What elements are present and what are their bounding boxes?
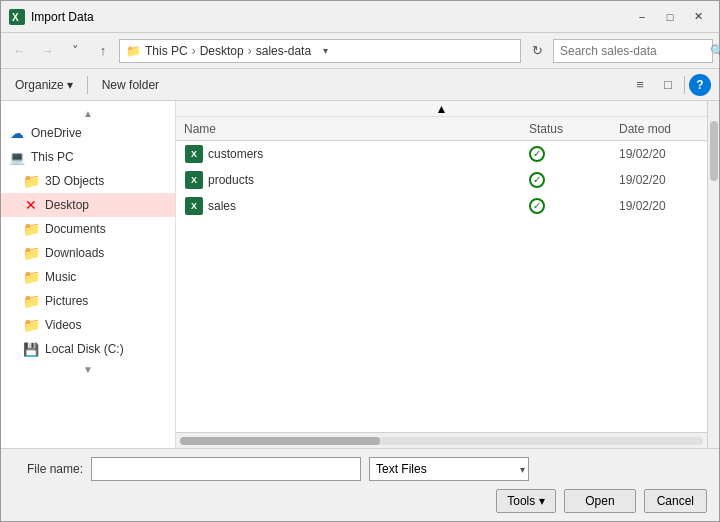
help-button[interactable]: ? [689, 74, 711, 96]
breadcrumb-sep1: › [192, 44, 196, 58]
organize-button[interactable]: Organize ▾ [9, 76, 79, 94]
sidebar-item-onedrive[interactable]: ☁ OneDrive [1, 121, 175, 145]
sidebar-item-music[interactable]: 📁 Music [1, 265, 175, 289]
hscroll-track [180, 437, 703, 445]
sidebar-item-localdisk[interactable]: 💾 Local Disk (C:) [1, 337, 175, 361]
file-status-customers: ✓ [529, 146, 619, 162]
file-list: customers ✓ 19/02/20 products ✓ 19/02/20 [176, 141, 707, 432]
bottom-bar: File name: Text Files Excel Files All Fi… [1, 448, 719, 521]
breadcrumb-thispc: This PC [145, 44, 188, 58]
status-check-customers: ✓ [529, 146, 545, 162]
dialog-icon: X [9, 9, 25, 25]
sidebar-item-pictures[interactable]: 📁 Pictures [1, 289, 175, 313]
new-folder-label: New folder [102, 78, 159, 92]
sidebar-item-documents[interactable]: 📁 Documents [1, 217, 175, 241]
sidebar-label-desktop: Desktop [45, 198, 89, 212]
sidebar-item-desktop[interactable]: ✕ Desktop [1, 193, 175, 217]
status-check-sales: ✓ [529, 198, 545, 214]
maximize-button[interactable]: □ [657, 7, 683, 27]
file-list-scroll-up[interactable]: ▲ [176, 101, 707, 117]
close-button[interactable]: ✕ [685, 7, 711, 27]
pc-icon: 💻 [9, 149, 25, 165]
sidebar-item-3dobjects[interactable]: 📁 3D Objects [1, 169, 175, 193]
breadcrumb-folder-icon: 📁 [126, 44, 141, 58]
file-row-sales[interactable]: sales ✓ 19/02/20 [176, 193, 707, 219]
main-area: ▲ ☁ OneDrive 💻 This PC 📁 3D Objects [1, 101, 719, 448]
sidebar-label-downloads: Downloads [45, 246, 104, 260]
file-list-header: Name Status Date mod [176, 117, 707, 141]
breadcrumb[interactable]: 📁 This PC › Desktop › sales-data ▾ [119, 39, 521, 63]
forward-button[interactable]: → [35, 39, 59, 63]
sidebar-item-videos[interactable]: 📁 Videos [1, 313, 175, 337]
col-header-status: Status [529, 122, 619, 136]
col-header-name: Name [184, 122, 529, 136]
cancel-button[interactable]: Cancel [644, 489, 707, 513]
sidebar-label-pictures: Pictures [45, 294, 88, 308]
svg-text:X: X [12, 12, 19, 23]
excel-icon-products [184, 170, 204, 190]
folder-icon-3d: 📁 [23, 173, 39, 189]
toolbar: Organize ▾ New folder ≡ □ ? [1, 69, 719, 101]
window-controls: − □ ✕ [629, 7, 711, 27]
view-large-button[interactable]: □ [656, 73, 680, 97]
file-status-products: ✓ [529, 172, 619, 188]
new-folder-button[interactable]: New folder [96, 76, 165, 94]
file-date-customers: 19/02/20 [619, 147, 699, 161]
filetype-wrapper: Text Files Excel Files All Files ▾ [369, 457, 529, 481]
search-button[interactable]: 🔍 [710, 44, 720, 58]
title-bar: X Import Data − □ ✕ [1, 1, 719, 33]
file-list-container: ▲ Name Status Date mod customers ✓ 19/02 [176, 101, 707, 448]
file-row-products[interactable]: products ✓ 19/02/20 [176, 167, 707, 193]
tools-button[interactable]: Tools ▾ [496, 489, 556, 513]
breadcrumb-desktop: Desktop [200, 44, 244, 58]
toolbar-sep2 [684, 76, 685, 94]
view-details-button[interactable]: ≡ [628, 73, 652, 97]
cloud-icon: ☁ [9, 125, 25, 141]
vertical-scrollbar[interactable] [707, 101, 719, 448]
sidebar-label-videos: Videos [45, 318, 81, 332]
status-check-products: ✓ [529, 172, 545, 188]
sidebar-item-downloads[interactable]: 📁 Downloads [1, 241, 175, 265]
sidebar-label-music: Music [45, 270, 76, 284]
disk-icon: 💾 [23, 341, 39, 357]
sidebar-label-documents: Documents [45, 222, 106, 236]
search-input[interactable] [560, 44, 710, 58]
file-row-customers[interactable]: customers ✓ 19/02/20 [176, 141, 707, 167]
tools-arrow-icon: ▾ [539, 494, 545, 508]
folder-icon-pictures: 📁 [23, 293, 39, 309]
folder-icon-music: 📁 [23, 269, 39, 285]
file-name-customers: customers [208, 147, 529, 161]
sidebar-scroll-down[interactable]: ▼ [1, 361, 175, 377]
folder-icon-videos: 📁 [23, 317, 39, 333]
breadcrumb-sep2: › [248, 44, 252, 58]
up-button[interactable]: ↑ [91, 39, 115, 63]
excel-icon-customers [184, 144, 204, 164]
address-bar: ← → ˅ ↑ 📁 This PC › Desktop › sales-data… [1, 33, 719, 69]
sidebar-scroll-up[interactable]: ▲ [1, 105, 175, 121]
filetype-select[interactable]: Text Files Excel Files All Files [369, 457, 529, 481]
action-row: Tools ▾ Open Cancel [13, 489, 707, 513]
breadcrumb-dropdown-button[interactable]: ▾ [315, 41, 335, 61]
vscroll-thumb [710, 121, 718, 181]
horizontal-scrollbar[interactable] [176, 432, 707, 448]
sidebar-label-thispc: This PC [31, 150, 74, 164]
dropdown-button[interactable]: ˅ [63, 39, 87, 63]
file-date-products: 19/02/20 [619, 173, 699, 187]
organize-label: Organize [15, 78, 64, 92]
toolbar-separator [87, 76, 88, 94]
file-date-sales: 19/02/20 [619, 199, 699, 213]
refresh-button[interactable]: ↻ [525, 39, 549, 63]
excel-icon-sales [184, 196, 204, 216]
sidebar: ▲ ☁ OneDrive 💻 This PC 📁 3D Objects [1, 101, 176, 448]
tools-label: Tools [507, 494, 535, 508]
folder-icon-downloads: 📁 [23, 245, 39, 261]
filename-input[interactable] [91, 457, 361, 481]
back-button[interactable]: ← [7, 39, 31, 63]
file-name-sales: sales [208, 199, 529, 213]
sidebar-label-onedrive: OneDrive [31, 126, 82, 140]
open-button[interactable]: Open [564, 489, 635, 513]
sidebar-item-thispc[interactable]: 💻 This PC [1, 145, 175, 169]
minimize-button[interactable]: − [629, 7, 655, 27]
file-status-sales: ✓ [529, 198, 619, 214]
sidebar-label-3dobjects: 3D Objects [45, 174, 104, 188]
